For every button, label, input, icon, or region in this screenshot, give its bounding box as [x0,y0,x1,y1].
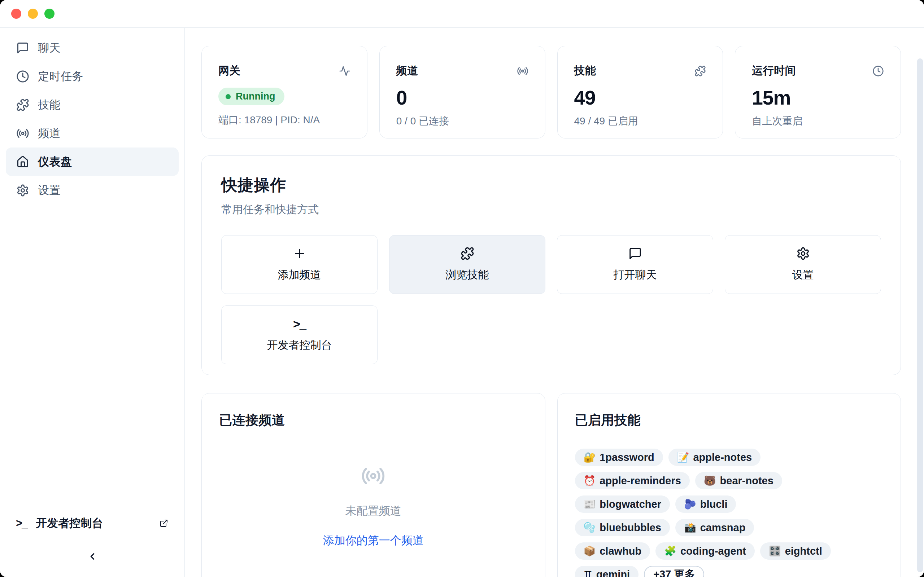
skill-chip: 🐻bear-notes [695,472,782,489]
dashboard-main: 网关 Running 端口: 18789 | PID: N/A 频道 [185,28,924,577]
sidebar-item-skills[interactable]: 技能 [6,90,179,119]
channels-stat-card: 频道 0 0 / 0 已连接 [380,46,545,139]
terminal-icon: >_ [16,517,27,530]
open-chat-label: 打开聊天 [614,268,657,282]
external-link-icon[interactable] [160,519,168,528]
gear-icon [16,184,30,197]
skill-emoji: 📝 [677,451,690,463]
radio-icon [517,65,528,77]
quick-actions-title: 快捷操作 [221,174,881,196]
gateway-card-title: 网关 [218,63,241,78]
uptime-card-title: 运行时间 [752,63,796,78]
add-channel-label: 添加频道 [278,268,321,282]
home-icon [16,155,30,169]
chat-icon [628,247,642,260]
developer-console-link[interactable]: >_ 开发者控制台 [0,515,184,532]
minimize-button[interactable] [28,9,38,19]
plus-icon [293,247,307,260]
skill-emoji: 📰 [584,498,596,510]
skill-emoji: ♊ [584,569,592,577]
connected-channels-card: 已连接频道 未配置频道 添加你的第一个频道 [201,393,545,577]
terminal-icon: >_ [293,317,306,331]
skill-chip: 🫧bluebubbles [575,519,670,536]
collapse-sidebar-button[interactable] [85,550,100,562]
gateway-status-badge: Running [218,88,284,105]
sidebar-item-channels[interactable]: 频道 [6,119,179,148]
titlebar [0,0,924,28]
gear-icon [796,247,810,260]
sidebar-nav: 聊天 定时任务 技能 [0,34,184,515]
settings-label: 设置 [792,268,814,282]
sidebar-item-label: 聊天 [38,40,61,56]
quick-actions-subtitle: 常用任务和快捷方式 [221,202,881,217]
sidebar-item-chat[interactable]: 聊天 [6,34,179,62]
channels-empty-state: 未配置频道 添加你的第一个频道 [219,464,528,548]
connected-channels-title: 已连接频道 [219,411,528,429]
clock-icon [16,69,30,83]
sidebar-item-label: 频道 [38,126,61,141]
skill-chip: 🎛️eightctl [760,542,831,560]
no-channels-text: 未配置频道 [346,503,401,519]
skill-chip: ⏰apple-reminders [575,472,690,489]
puzzle-icon [16,98,30,112]
skill-emoji: 🔐 [584,451,596,463]
radio-icon [16,127,30,140]
developer-console-button[interactable]: >_ 开发者控制台 [221,305,378,364]
open-chat-button[interactable]: 打开聊天 [557,235,713,294]
developer-console-label: 开发者控制台 [36,516,160,531]
skill-chip: 🧩coding-agent [656,542,755,560]
skills-card-title: 技能 [574,63,596,78]
browse-skills-button[interactable]: 浏览技能 [389,235,545,294]
skill-emoji: 📸 [684,522,696,533]
skill-emoji: 📦 [584,545,596,557]
clock-icon [872,65,884,77]
uptime-detail: 自上次重启 [752,114,884,128]
browse-skills-label: 浏览技能 [446,268,489,282]
quick-actions-grid: 添加频道 浏览技能 打开聊天 [221,235,881,364]
sidebar-item-label: 设置 [38,183,61,198]
skill-chip: 📦clawhub [575,542,650,560]
more-skills-chip[interactable]: +37 更多 [644,566,704,577]
bottom-section: 已连接频道 未配置频道 添加你的第一个频道 已启用技能 🔐1password 📝… [201,393,901,577]
skill-emoji: 🫧 [584,522,596,533]
skills-count: 49 [574,86,706,109]
sidebar-item-label: 定时任务 [38,69,83,84]
settings-button[interactable]: 设置 [725,235,881,294]
skill-emoji: ⏰ [584,475,596,487]
skills-stat-card: 技能 49 49 / 49 已启用 [557,46,723,139]
quick-actions-panel: 快捷操作 常用任务和快捷方式 添加频道 浏览技能 [201,155,901,375]
skill-emoji: 🎛️ [769,545,781,557]
skill-chip: 📸camsnap [675,519,754,536]
app-window: 聊天 定时任务 技能 [0,0,924,577]
developer-console-label: 开发者控制台 [267,338,332,353]
sidebar: 聊天 定时任务 技能 [0,28,185,577]
uptime-value: 15m [752,86,884,109]
skill-chip: 🫐blucli [675,495,736,513]
channels-card-title: 频道 [396,63,418,78]
skills-detail: 49 / 49 已启用 [574,114,706,128]
sidebar-item-scheduled-tasks[interactable]: 定时任务 [6,62,179,90]
add-first-channel-link[interactable]: 添加你的第一个频道 [323,533,424,548]
skill-emoji: 🫐 [684,498,696,510]
enabled-skills-title: 已启用技能 [575,411,884,429]
sidebar-item-label: 仪表盘 [38,154,72,169]
traffic-lights [11,9,55,19]
puzzle-icon [695,65,706,77]
skill-chip: 📰blogwatcher [575,495,670,513]
radio-icon [361,464,386,488]
skill-emoji: 🧩 [664,545,677,557]
skill-chip: 📝apple-notes [669,449,761,466]
zoom-button[interactable] [44,9,55,19]
status-dot [226,94,231,99]
skill-chip: 🔐1password [575,449,663,466]
gateway-status-label: Running [236,91,275,102]
puzzle-icon [460,247,474,260]
gateway-stat-card: 网关 Running 端口: 18789 | PID: N/A [201,46,367,139]
close-button[interactable] [11,9,21,19]
sidebar-item-settings[interactable]: 设置 [6,176,179,205]
skill-emoji: 🐻 [704,475,716,487]
chat-icon [16,41,30,55]
add-channel-button[interactable]: 添加频道 [221,235,378,294]
sidebar-item-dashboard[interactable]: 仪表盘 [6,148,179,176]
vertical-scrollbar[interactable] [917,58,923,572]
